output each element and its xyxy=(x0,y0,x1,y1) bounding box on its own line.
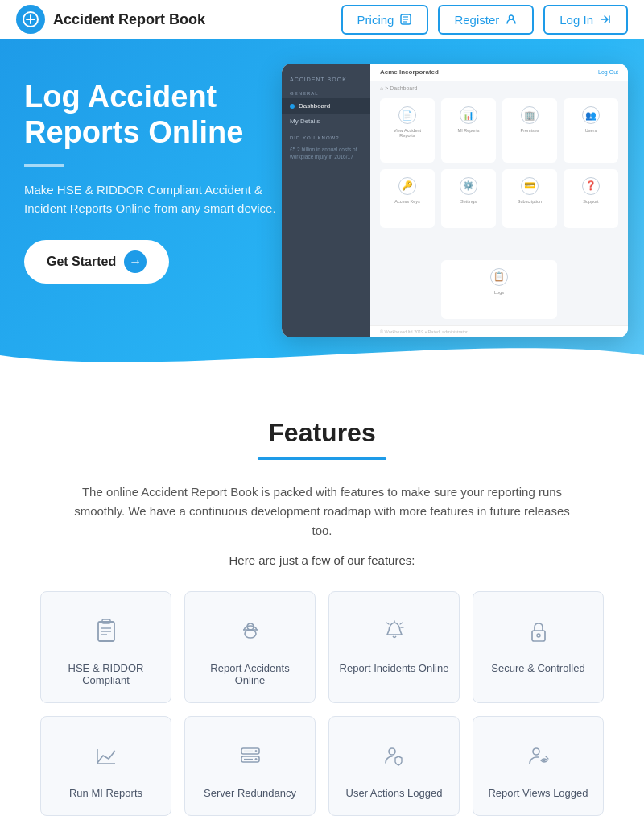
login-button[interactable]: Log In xyxy=(543,5,628,35)
mockup-section-general: GENERAL xyxy=(282,85,370,98)
register-icon xyxy=(505,13,518,26)
mockup-card-view-accidents: 📄 View AccidentReports xyxy=(380,98,435,163)
mockup-card-icon: 🔑 xyxy=(398,177,416,195)
app-mockup: ACCIDENT BOOK GENERAL Dashboard My Detai… xyxy=(282,64,628,337)
hero-subtitle: Make HSE & RIDDOR Compliant Accident & I… xyxy=(24,181,306,217)
svg-line-19 xyxy=(386,623,389,624)
svg-rect-20 xyxy=(532,631,545,641)
feature-card-incidents: Report Incidents Online xyxy=(328,591,460,703)
mockup-section-didyouknow: DID YOU KNOW? xyxy=(282,129,370,143)
user-shield-icon xyxy=(379,741,410,776)
mockup-card-icon: ⚙️ xyxy=(460,177,477,195)
feature-label: HSE & RIDDOR Compliant xyxy=(51,662,161,686)
mockup-card-subscription: 💳 Subscription xyxy=(502,169,557,229)
mockup-dashboard-item: Dashboard xyxy=(282,98,370,114)
mockup-grid: 📄 View AccidentReports 📊 MI Reports 🏢 Pr… xyxy=(370,95,628,325)
mockup-card-access-keys: 🔑 Access Keys xyxy=(380,169,435,229)
feature-card-report-views: Report Views Logged xyxy=(473,716,604,816)
feature-card-user-actions: User Actions Logged xyxy=(328,716,460,816)
header: Accident Report Book Pricing Register Lo… xyxy=(0,0,644,39)
hero-wave xyxy=(0,331,644,378)
mockup-card-icon: 💳 xyxy=(521,177,539,195)
feature-card-accidents: Report Accidents Online xyxy=(184,591,316,703)
mockup-card-icon: 👥 xyxy=(582,106,600,124)
mockup-sidebar-title: ACCIDENT BOOK xyxy=(282,72,370,85)
header-nav: Pricing Register Log In xyxy=(341,5,628,35)
mockup-mydetails-label: My Details xyxy=(290,118,320,125)
server-icon xyxy=(235,741,266,776)
mockup-card-icon: 🏢 xyxy=(521,106,539,124)
features-grid-row1: HSE & RIDDOR Compliant Report Accidents … xyxy=(24,591,620,703)
mockup-topbar: Acme Incorporated Log Out xyxy=(370,64,628,81)
mockup-sidebar: ACCIDENT BOOK GENERAL Dashboard My Detai… xyxy=(282,64,370,337)
features-description: The online Accident Report Book is packe… xyxy=(64,482,580,540)
mockup-card-icon: ❓ xyxy=(582,177,600,195)
login-label: Log In xyxy=(559,13,593,27)
person-hard-hat-icon xyxy=(235,616,266,651)
mockup-card-premises: 🏢 Premises xyxy=(502,98,557,163)
feature-label: Report Incidents Online xyxy=(340,662,449,674)
mockup-company-name: Acme Incorporated xyxy=(380,68,439,76)
features-section: Features The online Accident Report Book… xyxy=(0,378,644,828)
clipboard-icon xyxy=(91,616,122,651)
svg-point-31 xyxy=(533,748,539,755)
mockup-card-icon: 📋 xyxy=(490,268,508,286)
svg-point-30 xyxy=(389,748,395,755)
pricing-button[interactable]: Pricing xyxy=(341,5,429,35)
arrow-circle-icon: → xyxy=(124,250,147,273)
get-started-label: Get Started xyxy=(47,255,116,269)
svg-point-27 xyxy=(254,758,257,760)
mockup-card-label: Subscription xyxy=(518,199,542,204)
logo-text: Accident Report Book xyxy=(53,11,205,28)
pricing-icon xyxy=(399,13,412,26)
mockup-didyouknow-label: DID YOU KNOW? xyxy=(290,135,362,140)
feature-label: Run MI Reports xyxy=(69,787,142,799)
login-icon xyxy=(599,13,612,26)
mockup-card-label: Settings xyxy=(460,199,477,204)
active-dot xyxy=(290,104,295,109)
svg-line-33 xyxy=(546,756,548,759)
mockup-card-label: Premises xyxy=(521,128,539,133)
mockup-logout: Log Out xyxy=(598,69,618,75)
mockup-card-support: ❓ Support xyxy=(564,169,618,229)
svg-point-26 xyxy=(254,750,257,752)
chart-icon xyxy=(91,741,122,776)
lock-icon xyxy=(523,616,554,651)
hero-divider xyxy=(24,164,64,167)
features-underline xyxy=(258,457,386,460)
mockup-card-users: 👥 Users xyxy=(564,98,618,163)
feature-label: User Actions Logged xyxy=(346,787,443,799)
svg-point-13 xyxy=(245,630,256,638)
mockup-breadcrumb: ⌂ > Dashboard xyxy=(370,81,628,95)
logo-icon xyxy=(16,5,45,34)
hero-content: Log Accident Reports Online Make HSE & R… xyxy=(24,80,306,284)
mockup-card-label: MI Reports xyxy=(458,128,480,133)
mockup-card-icon: 📊 xyxy=(460,106,477,124)
mockup-card-label: View AccidentReports xyxy=(394,128,421,138)
logo-area: Accident Report Book xyxy=(16,5,205,34)
feature-label: Report Views Logged xyxy=(488,787,588,799)
mockup-dashboard-label: Dashboard xyxy=(299,102,330,110)
hero-title: Log Accident Reports Online xyxy=(24,80,306,150)
register-label: Register xyxy=(454,13,499,27)
mockup-card-logs: 📋 Logs xyxy=(441,260,557,320)
mockup-card-mi-reports: 📊 MI Reports xyxy=(441,98,496,163)
feature-label: Secure & Controlled xyxy=(491,662,584,674)
mockup-general-label: GENERAL xyxy=(290,91,362,96)
mockup-card-label: Support xyxy=(583,199,598,204)
mockup-card-icon: 📄 xyxy=(398,106,416,124)
feature-card-secure: Secure & Controlled xyxy=(473,591,604,703)
svg-point-21 xyxy=(537,634,540,637)
mockup-card-label: Users xyxy=(585,128,597,133)
hero-section: Log Accident Reports Online Make HSE & R… xyxy=(0,39,644,378)
register-button[interactable]: Register xyxy=(438,5,534,35)
feature-card-server-redundancy: Server Redundancy xyxy=(184,716,316,816)
feature-card-mi-reports: Run MI Reports xyxy=(40,716,171,816)
feature-label: Server Redundancy xyxy=(204,787,296,799)
feature-card-hse: HSE & RIDDOR Compliant xyxy=(40,591,171,703)
user-eye-icon xyxy=(523,741,554,776)
mockup-mydetails-item: My Details xyxy=(282,114,370,129)
svg-point-32 xyxy=(543,760,545,762)
get-started-button[interactable]: Get Started → xyxy=(24,240,169,284)
mockup-card-label: Access Keys xyxy=(394,199,419,204)
